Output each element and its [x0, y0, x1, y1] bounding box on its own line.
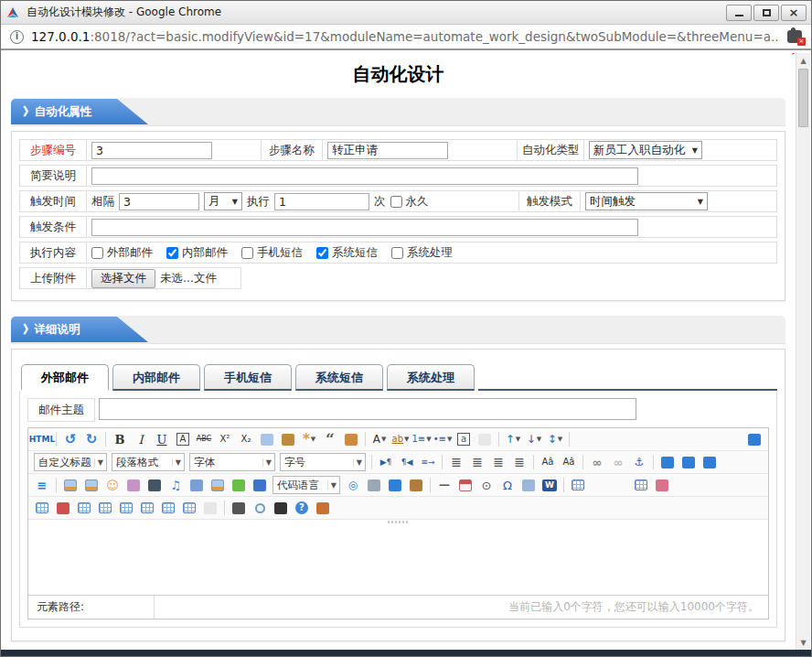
embed-media-icon[interactable]	[250, 476, 270, 494]
tab-5[interactable]: 系统处理	[387, 364, 475, 391]
choose-file-button[interactable]: 选择文件	[91, 269, 155, 288]
step-no-input[interactable]	[91, 142, 212, 159]
special-char-icon[interactable]: Ω	[497, 476, 518, 494]
paste-icon[interactable]	[313, 499, 333, 517]
paragraph-format-select[interactable]: 段落格式▼	[112, 453, 185, 471]
subscript-icon[interactable]: X₂	[236, 430, 256, 448]
insert-code-icon[interactable]: ◎	[343, 476, 363, 494]
screenshot-icon[interactable]	[518, 476, 539, 494]
anchor-icon[interactable]: ⚓	[629, 453, 649, 471]
font-family-select[interactable]: 字体▼	[189, 453, 275, 471]
help-icon[interactable]: ?	[292, 499, 312, 517]
subject-input[interactable]	[99, 398, 636, 420]
exec-option-checkbox[interactable]	[316, 247, 328, 259]
exec-option-checkbox[interactable]	[391, 247, 403, 259]
auto-type-select[interactable]: 新员工入职自动化▼	[589, 141, 702, 159]
scroll-up-icon[interactable]: ▲	[796, 53, 810, 68]
paste-text-icon[interactable]	[341, 430, 361, 448]
scrollbar-thumb[interactable]	[798, 69, 808, 127]
editor-resize-grip[interactable]	[388, 521, 410, 523]
underline-icon[interactable]: U	[152, 430, 172, 448]
unordered-list-icon[interactable]: •≡▼	[433, 430, 453, 448]
insert-row-above-icon[interactable]	[631, 476, 651, 494]
image-inline-icon[interactable]	[700, 453, 720, 471]
font-size-select[interactable]: 字号▼	[280, 453, 366, 471]
image-float-right-icon[interactable]	[678, 453, 699, 471]
link-icon[interactable]: ∞	[587, 453, 607, 471]
exec-option-checkbox[interactable]	[91, 247, 103, 259]
close-button[interactable]: ×	[781, 5, 807, 21]
paragraph-after-space-icon[interactable]: ↓▼	[524, 430, 544, 448]
font-color-icon[interactable]: A▼	[369, 430, 390, 448]
ordered-list-icon[interactable]: 1≡▼	[411, 430, 432, 448]
delete-row-icon[interactable]	[53, 499, 73, 517]
vertical-scrollbar[interactable]: ▲ ▼	[796, 53, 810, 650]
site-info-icon[interactable]: i	[10, 30, 24, 44]
insert-flash-icon[interactable]	[229, 476, 249, 494]
exec-option-checkbox[interactable]	[241, 247, 253, 259]
html-source-icon[interactable]: HTML	[32, 430, 52, 448]
insert-time-icon[interactable]: ⊙	[476, 476, 497, 494]
superscript-icon[interactable]: X²	[215, 430, 235, 448]
to-lowercase-icon[interactable]: Aâ	[559, 453, 579, 471]
brief-input[interactable]	[91, 167, 638, 185]
tab-3[interactable]: 手机短信	[204, 364, 292, 391]
format-brush-icon[interactable]	[278, 430, 298, 448]
bold-icon[interactable]: B	[110, 430, 130, 448]
indent-icon[interactable]: ≡→	[418, 453, 438, 471]
graffiti-icon[interactable]	[123, 476, 144, 494]
align-center-icon[interactable]: ≣	[467, 453, 487, 471]
insert-image-icon[interactable]	[60, 476, 80, 494]
remote-image-icon[interactable]	[406, 476, 426, 494]
autotypeset-icon[interactable]: *▼	[299, 430, 319, 448]
emoticon-icon[interactable]: ☺	[102, 476, 123, 494]
address-bar[interactable]: i 127.0.0.1:8018/?act=basic.modifyView&i…	[1, 25, 811, 50]
exec-option-2[interactable]: 内部邮件	[166, 245, 228, 261]
template-icon[interactable]	[385, 476, 405, 494]
line-height-icon[interactable]: ↕▼	[545, 430, 565, 448]
align-left-icon[interactable]: ≣	[446, 453, 466, 471]
print-icon[interactable]	[229, 499, 249, 517]
eraser-icon[interactable]	[257, 430, 277, 448]
split-cell-icon[interactable]	[137, 499, 157, 517]
tab-2[interactable]: 内部邮件	[112, 364, 200, 391]
strikethrough-icon[interactable]: ABC	[194, 430, 214, 448]
align-right-icon[interactable]: ≣	[488, 453, 508, 471]
fullscreen-icon[interactable]	[744, 430, 764, 448]
minimize-button[interactable]	[726, 5, 752, 21]
extension-puzzle-icon[interactable]: ×	[787, 30, 802, 43]
inline-style-icon[interactable]: A	[173, 430, 193, 448]
blockquote-icon[interactable]: “	[320, 430, 340, 448]
to-uppercase-icon[interactable]: Aâ	[538, 453, 558, 471]
anchor-a-icon[interactable]: a	[454, 430, 474, 448]
exec-option-4[interactable]: 系统短信	[316, 245, 378, 261]
insert-map-icon[interactable]	[208, 476, 228, 494]
forever-checkbox-input[interactable]	[390, 196, 402, 208]
multi-image-icon[interactable]	[81, 476, 102, 494]
word-import-icon[interactable]: W	[540, 476, 560, 494]
align-justify-icon[interactable]: ≣	[509, 453, 529, 471]
insert-col-left-icon[interactable]	[32, 499, 52, 517]
paragraph-before-space-icon[interactable]: ↑▼	[503, 430, 523, 448]
exec-times-input[interactable]	[274, 193, 369, 210]
insert-row-below-icon[interactable]	[116, 499, 136, 517]
tab-1[interactable]: 外部邮件	[21, 364, 109, 391]
undo-icon[interactable]: ↺	[60, 430, 80, 448]
insert-music-icon[interactable]: ♫	[166, 476, 186, 494]
new-doc-icon[interactable]	[475, 430, 495, 448]
exec-option-checkbox[interactable]	[166, 247, 178, 259]
url-text[interactable]: 127.0.0.1:8018/?act=basic.modifyView&id=…	[31, 29, 780, 44]
pagebreak-icon[interactable]	[364, 476, 384, 494]
insert-table-icon[interactable]	[568, 476, 588, 494]
trigger-mode-select[interactable]: 时间触发▼	[585, 192, 708, 210]
insert-date-icon[interactable]	[455, 476, 475, 494]
interval-input[interactable]	[119, 193, 199, 210]
exec-option-1[interactable]: 外部邮件	[91, 245, 153, 261]
insert-col-arrow-icon[interactable]	[652, 476, 672, 494]
delete-table-icon[interactable]	[589, 476, 609, 494]
disabled-doc-icon[interactable]	[200, 499, 220, 517]
rtl-icon[interactable]: ¶◀	[397, 453, 417, 471]
code-language-select[interactable]: 代码语言▼	[272, 476, 340, 494]
redo-icon[interactable]: ↻	[81, 430, 102, 448]
condition-input[interactable]	[91, 219, 638, 236]
